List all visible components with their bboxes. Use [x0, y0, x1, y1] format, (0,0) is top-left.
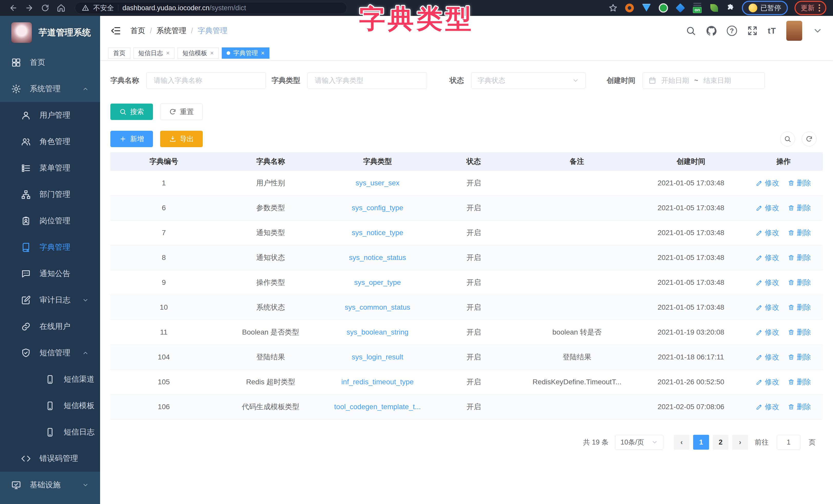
delete-link[interactable]: 删除 [788, 203, 811, 213]
fullscreen-icon[interactable] [747, 26, 758, 36]
date-range-picker[interactable]: 开始日期 ~ 结束日期 [643, 72, 765, 89]
edit-link[interactable]: 修改 [756, 228, 779, 238]
next-page-button[interactable]: › [732, 435, 748, 450]
pencil-icon [756, 354, 763, 360]
sidebar-item-sms-mgmt[interactable]: 短信管理 [0, 340, 100, 366]
sidebar-item-post-mgmt[interactable]: 岗位管理 [0, 208, 100, 234]
edit-link[interactable]: 修改 [756, 203, 779, 213]
delete-link[interactable]: 删除 [788, 377, 811, 387]
bookmark-star-icon[interactable] [609, 3, 618, 12]
goto-page-input[interactable] [777, 435, 801, 450]
address-bar[interactable]: 不安全 dashboard.yudao.iocoder.cn/system/di… [75, 2, 347, 14]
github-icon[interactable] [706, 26, 716, 36]
edit-link[interactable]: 修改 [756, 303, 779, 312]
font-size-icon[interactable]: tT [768, 26, 776, 35]
page-button-2[interactable]: 2 [713, 435, 729, 450]
sidebar-item-dept-mgmt[interactable]: 部门管理 [0, 181, 100, 208]
sidebar-fold-icon[interactable] [110, 25, 121, 36]
breadcrumb-system[interactable]: 系统管理 [157, 26, 186, 36]
export-button[interactable]: 导出 [160, 131, 203, 147]
show-search-toggle-button[interactable] [780, 131, 795, 146]
tab-sms-template[interactable]: 短信模板 × [177, 47, 219, 59]
cell-dict-type-link[interactable]: sys_notice_type [324, 229, 431, 237]
page-button-1[interactable]: 1 [693, 435, 709, 450]
cell-dict-type-link[interactable]: sys_notice_status [324, 254, 431, 262]
browser-back-icon[interactable] [7, 1, 20, 15]
app-logo-row[interactable]: 芋道管理系统 [0, 16, 100, 49]
cell-dict-type-link[interactable]: sys_boolean_string [324, 328, 431, 336]
tab-home[interactable]: 首页 [108, 47, 130, 59]
extensions-puzzle-icon[interactable] [726, 3, 735, 12]
edit-link[interactable]: 修改 [756, 377, 779, 387]
sidebar-item-error-code[interactable]: 错误码管理 [0, 445, 100, 472]
sidebar-item-audit-log[interactable]: 审计日志 [0, 287, 100, 313]
sidebar-item-sms-template[interactable]: 短信模板 [0, 393, 100, 419]
cell-dict-type-link[interactable]: sys_oper_type [324, 278, 431, 286]
delete-link[interactable]: 删除 [788, 278, 811, 287]
edit-link[interactable]: 修改 [756, 327, 779, 337]
dict-type-input[interactable] [307, 72, 427, 89]
delete-link[interactable]: 删除 [788, 402, 811, 412]
sidebar-item-role-mgmt[interactable]: 角色管理 [0, 128, 100, 155]
ext-blue-diamond-icon[interactable] [675, 3, 686, 13]
ext-orange-icon[interactable] [624, 3, 635, 13]
sidebar-item-sms-channel[interactable]: 短信渠道 [0, 366, 100, 393]
tab-sms-log[interactable]: 短信日志 × [134, 47, 174, 59]
cell-dict-type-link[interactable]: sys_user_sex [324, 179, 431, 187]
sidebar-item-infrastructure[interactable]: 基础设施 [0, 472, 100, 498]
avatar-caret-down-icon[interactable] [812, 26, 823, 36]
delete-link[interactable]: 删除 [788, 228, 811, 238]
status-select[interactable]: 字典状态 [471, 72, 586, 89]
profile-paused-badge[interactable]: 已暂停 [742, 1, 788, 15]
ext-green-circle-icon[interactable] [658, 3, 668, 13]
sidebar-item-user-mgmt[interactable]: 用户管理 [0, 102, 100, 128]
edit-link[interactable]: 修改 [756, 402, 779, 412]
browser-update-button[interactable]: 更新 [794, 1, 826, 15]
tab-close-icon[interactable]: × [261, 49, 265, 57]
browser-forward-icon[interactable] [23, 1, 36, 15]
cell-dict-type-link[interactable]: inf_redis_timeout_type [324, 378, 431, 386]
page-size-select[interactable]: 10条/页 [615, 435, 663, 450]
delete-link[interactable]: 删除 [788, 178, 811, 188]
tab-dict-mgmt[interactable]: 字典管理 × [222, 47, 269, 59]
sidebar-item-sms-log[interactable]: 短信日志 [0, 419, 100, 445]
ext-blue-gem-icon[interactable] [641, 3, 651, 13]
tab-close-icon[interactable]: × [166, 49, 170, 57]
delete-link[interactable]: 删除 [788, 303, 811, 312]
dict-name-input[interactable] [146, 72, 266, 89]
sidebar-item-home[interactable]: 首页 [0, 49, 100, 76]
help-icon[interactable]: ? [727, 26, 737, 36]
browser-reload-icon[interactable] [39, 1, 52, 15]
refresh-table-button[interactable] [802, 131, 816, 146]
ext-leaf-icon[interactable] [709, 3, 719, 13]
sidebar-item-notice-mgmt[interactable]: 通知公告 [0, 260, 100, 287]
browser-menu-kebab-icon[interactable] [818, 4, 820, 11]
edit-link[interactable]: 修改 [756, 278, 779, 287]
cell-dict-type-link[interactable]: sys_config_type [324, 204, 431, 212]
edit-link[interactable]: 修改 [756, 178, 779, 188]
ext-on-badge-icon[interactable]: on [692, 3, 703, 13]
delete-link[interactable]: 删除 [788, 327, 811, 337]
tab-close-icon[interactable]: × [210, 49, 214, 57]
search-button[interactable]: 搜索 [110, 104, 153, 120]
tag-tabs-bar: 首页 短信日志 × 短信模板 × 字典管理 × [100, 46, 833, 60]
sidebar-item-menu-mgmt[interactable]: 菜单管理 [0, 155, 100, 181]
edit-link-label: 修改 [765, 178, 779, 188]
breadcrumb-home[interactable]: 首页 [130, 26, 145, 36]
browser-home-icon[interactable] [54, 1, 68, 15]
add-button[interactable]: 新增 [110, 131, 153, 147]
user-avatar[interactable] [786, 21, 802, 41]
delete-link[interactable]: 删除 [788, 352, 811, 362]
header-search-icon[interactable] [686, 26, 696, 36]
delete-link[interactable]: 删除 [788, 253, 811, 262]
reset-button[interactable]: 重置 [160, 104, 203, 120]
cell-dict-type-link[interactable]: sys_common_status [324, 303, 431, 311]
sidebar-item-online-users[interactable]: 在线用户 [0, 313, 100, 340]
edit-link[interactable]: 修改 [756, 352, 779, 362]
cell-dict-type-link[interactable]: sys_login_result [324, 353, 431, 361]
prev-page-button[interactable]: ‹ [674, 435, 690, 450]
sidebar-item-system[interactable]: 系统管理 [0, 76, 100, 102]
sidebar-item-dict-mgmt[interactable]: 字典管理 [0, 234, 100, 260]
cell-dict-type-link[interactable]: tool_codegen_template_t... [324, 403, 431, 411]
edit-link[interactable]: 修改 [756, 253, 779, 262]
